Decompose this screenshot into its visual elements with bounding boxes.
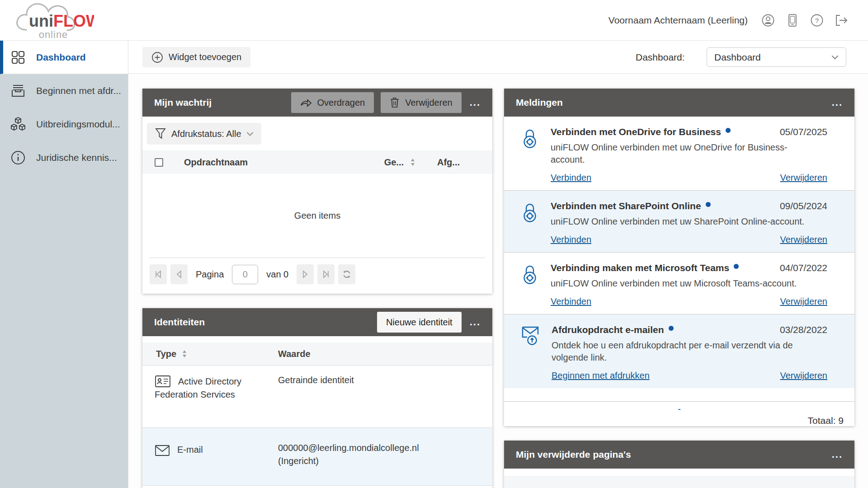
funnel-icon <box>155 128 166 140</box>
last-page-button[interactable] <box>317 264 335 284</box>
sidebar-item-legal-notice[interactable]: Juridische kennis... <box>0 141 128 174</box>
notification-email-print: Afdrukopdracht e-mailen 03/28/2022 Ontde… <box>504 314 854 388</box>
mobile-phone-icon[interactable] <box>786 14 799 27</box>
remove-link[interactable]: Verwijderen <box>780 173 827 183</box>
sidebar-item-start-printing[interactable]: Beginnen met afdr... <box>0 74 128 108</box>
notification-title: Afdrukopdracht e-mailen <box>552 324 664 335</box>
header-right: Voornaam Achternaam (Leerling) ? <box>609 0 848 41</box>
sidebar-item-dashboard[interactable]: Dashboard <box>0 41 128 74</box>
queue-pagination: Pagina van 0 <box>142 258 492 284</box>
trash-icon <box>390 97 400 108</box>
notification-date: 03/28/2022 <box>780 324 827 335</box>
first-page-button[interactable] <box>150 264 167 284</box>
deleted-pages-header: Mijn verwijderde pagina's ... <box>504 441 854 469</box>
page-of-label: van 0 <box>266 269 288 280</box>
caret-down-icon <box>247 132 253 136</box>
sort-icon[interactable] <box>182 350 187 358</box>
sidebar-item-label: Dashboard <box>36 52 86 63</box>
start-printing-link[interactable]: Beginnen met afdrukken <box>552 371 650 381</box>
widget-title: Mijn verwijderde pagina's <box>516 449 631 460</box>
column-finished[interactable]: Afg... <box>437 157 492 168</box>
notification-title: Verbinding maken met Microsoft Teams <box>551 263 729 273</box>
uniflow-logo: uniFLOW online <box>13 2 94 41</box>
total-count: Totaal: 9 <box>515 415 844 426</box>
notification-title: Verbinden met OneDrive for Business <box>551 127 721 137</box>
next-page-button[interactable] <box>297 264 314 284</box>
unread-dot <box>669 326 674 331</box>
lock-connect-icon <box>521 127 540 183</box>
id-card-icon <box>155 375 171 388</box>
page-number-input[interactable] <box>232 265 258 284</box>
modules-cubes-icon <box>10 116 26 132</box>
more-options-icon[interactable]: ... <box>470 97 481 108</box>
pager-dash[interactable]: - <box>515 404 844 413</box>
svg-text:?: ? <box>815 17 819 24</box>
notification-title: Verbinden met SharePoint Online <box>551 201 701 211</box>
identity-type: E-mail <box>177 445 203 455</box>
sort-icon[interactable] <box>410 158 415 166</box>
connect-link[interactable]: Verbinden <box>551 173 591 183</box>
select-all-checkbox[interactable] <box>155 158 163 167</box>
print-status-filter-label: Afdrukstatus: Alle <box>171 129 241 139</box>
deleted-pages-widget: Mijn verwijderde pagina's ... <box>504 441 854 488</box>
svg-text:online: online <box>39 29 68 40</box>
transfer-label: Overdragen <box>317 98 365 108</box>
delete-button[interactable]: Verwijderen <box>381 92 462 113</box>
dashboard-select-label: Dashboard: <box>636 41 685 74</box>
my-queue-header: Mijn wachtrij Overdragen <box>142 89 492 117</box>
my-queue-widget: Mijn wachtrij Overdragen <box>142 89 492 294</box>
notification-description: uniFLOW Online verbinden met uw OneDrive… <box>551 141 815 166</box>
page-label: Pagina <box>196 269 224 280</box>
widget-title: Identiteiten <box>154 317 205 328</box>
svg-text:uniFLOW: uniFLOW <box>29 12 94 30</box>
notification-onedrive: Verbinden met OneDrive for Business 05/0… <box>504 117 854 190</box>
new-identity-button[interactable]: Nieuwe identiteit <box>377 312 462 333</box>
column-value[interactable]: Waarde <box>278 349 311 359</box>
sidebar: Dashboard Beginnen met afdr... Uitbrei <box>0 41 128 488</box>
email-send-icon <box>521 324 541 381</box>
sidebar-item-extension-modules[interactable]: Uitbreidingsmodul... <box>0 108 128 141</box>
sidebar-item-label: Beginnen met afdr... <box>36 85 121 96</box>
user-circle-icon[interactable] <box>761 14 775 27</box>
main-area: Widget toevoegen Dashboard: Dashboard Mi… <box>128 41 868 488</box>
notifications-footer: - Totaal: 9 <box>504 401 854 426</box>
unread-dot <box>734 264 739 269</box>
dashboard-select[interactable]: Dashboard <box>707 47 846 67</box>
dashboard-grid-icon <box>10 49 26 66</box>
identities-widget: Identiteiten Nieuwe identiteit ... Type … <box>142 308 492 488</box>
remove-link[interactable]: Verwijderen <box>780 296 827 307</box>
identity-value: 000000@leerling.mondialcollege.nl (Inger… <box>278 441 420 468</box>
notification-date: 09/05/2024 <box>780 201 827 211</box>
connect-link[interactable]: Verbinden <box>551 235 591 245</box>
refresh-icon[interactable] <box>338 264 355 284</box>
help-circle-icon[interactable]: ? <box>810 14 824 27</box>
notification-teams: Verbinding maken met Microsoft Teams 04/… <box>504 252 854 314</box>
transfer-button[interactable]: Overdragen <box>291 92 374 113</box>
column-type[interactable]: Type <box>156 349 176 359</box>
info-circle-icon <box>10 150 26 166</box>
column-job-name[interactable]: Opdrachtnaam <box>184 157 248 168</box>
remove-link[interactable]: Verwijderen <box>780 235 827 245</box>
dashboard-select-value: Dashboard <box>714 52 761 63</box>
previous-page-button[interactable] <box>170 264 188 284</box>
remove-link[interactable]: Verwijderen <box>780 371 827 381</box>
logout-icon[interactable] <box>835 14 848 27</box>
identity-row-username[interactable]: Gebruikersnaam 000000@leerling.mondialco… <box>142 485 492 488</box>
print-queue-icon <box>10 83 26 99</box>
column-created[interactable]: Ge... <box>384 157 404 168</box>
delete-label: Verwijderen <box>405 98 453 108</box>
sidebar-item-label: Uitbreidingsmodul... <box>36 119 120 130</box>
identity-row-adfs[interactable]: Active Directory Federation Services Get… <box>142 365 492 427</box>
notifications-list: Verbinden met OneDrive for Business 05/0… <box>504 117 854 401</box>
more-options-icon[interactable]: ... <box>470 316 481 328</box>
connect-link[interactable]: Verbinden <box>551 296 591 307</box>
more-options-icon[interactable]: ... <box>832 97 843 108</box>
notifications-header: Meldingen ... <box>504 89 854 117</box>
print-status-filter[interactable]: Afdrukstatus: Alle <box>147 123 261 145</box>
dashboard-toolbar: Widget toevoegen Dashboard: Dashboard <box>128 41 868 74</box>
add-widget-button[interactable]: Widget toevoegen <box>142 47 250 67</box>
identity-row-email[interactable]: E-mail 000000@leerling.mondialcollege.nl… <box>142 427 492 485</box>
more-options-icon[interactable]: ... <box>832 449 843 460</box>
notification-description: uniFLOW Online verbinden met uw Microsof… <box>551 277 815 290</box>
new-identity-label: Nieuwe identiteit <box>386 317 453 328</box>
